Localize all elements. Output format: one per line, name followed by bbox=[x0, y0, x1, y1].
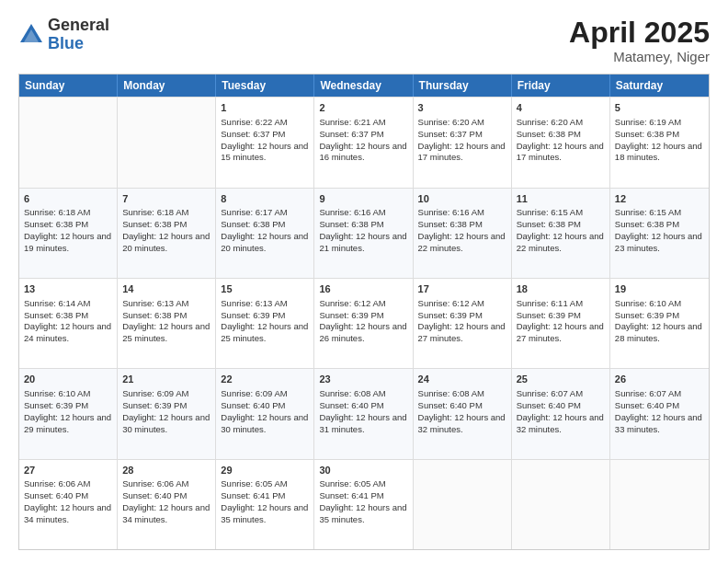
sunrise-text: Sunrise: 6:08 AM bbox=[319, 388, 407, 400]
day-number: 2 bbox=[319, 101, 407, 115]
cal-header-cell: Monday bbox=[118, 75, 216, 97]
sunrise-text: Sunrise: 6:05 AM bbox=[221, 478, 309, 490]
sunset-text: Sunset: 6:39 PM bbox=[221, 310, 309, 322]
daylight-text: Daylight: 12 hours and 24 minutes. bbox=[24, 321, 112, 345]
daylight-text: Daylight: 12 hours and 25 minutes. bbox=[221, 321, 309, 345]
daylight-text: Daylight: 12 hours and 17 minutes. bbox=[517, 141, 605, 165]
cal-header-cell: Sunday bbox=[19, 75, 118, 97]
cal-cell: 19Sunrise: 6:10 AMSunset: 6:39 PMDayligh… bbox=[610, 279, 709, 368]
sunset-text: Sunset: 6:38 PM bbox=[615, 219, 704, 231]
sunset-text: Sunset: 6:40 PM bbox=[221, 400, 309, 412]
daylight-text: Daylight: 12 hours and 22 minutes. bbox=[418, 231, 506, 255]
cal-cell bbox=[118, 98, 216, 187]
daylight-text: Daylight: 12 hours and 35 minutes. bbox=[221, 502, 309, 526]
cal-cell: 21Sunrise: 6:09 AMSunset: 6:39 PMDayligh… bbox=[118, 369, 216, 458]
daylight-text: Daylight: 12 hours and 35 minutes. bbox=[319, 502, 407, 526]
cal-cell: 17Sunrise: 6:12 AMSunset: 6:39 PMDayligh… bbox=[414, 279, 512, 368]
daylight-text: Daylight: 12 hours and 20 minutes. bbox=[122, 231, 210, 255]
daylight-text: Daylight: 12 hours and 19 minutes. bbox=[24, 231, 112, 255]
location: Matamey, Niger bbox=[569, 49, 710, 64]
cal-row: 6Sunrise: 6:18 AMSunset: 6:38 PMDaylight… bbox=[19, 188, 709, 278]
cal-cell bbox=[19, 98, 118, 187]
cal-cell: 14Sunrise: 6:13 AMSunset: 6:38 PMDayligh… bbox=[118, 279, 216, 368]
daylight-text: Daylight: 12 hours and 27 minutes. bbox=[517, 321, 605, 345]
sunset-text: Sunset: 6:40 PM bbox=[319, 400, 407, 412]
day-number: 10 bbox=[418, 192, 506, 206]
cal-cell: 13Sunrise: 6:14 AMSunset: 6:38 PMDayligh… bbox=[19, 279, 118, 368]
daylight-text: Daylight: 12 hours and 27 minutes. bbox=[418, 321, 506, 345]
daylight-text: Daylight: 12 hours and 15 minutes. bbox=[221, 141, 309, 165]
daylight-text: Daylight: 12 hours and 21 minutes. bbox=[319, 231, 407, 255]
day-number: 1 bbox=[221, 101, 309, 115]
sunrise-text: Sunrise: 6:05 AM bbox=[319, 478, 407, 490]
daylight-text: Daylight: 12 hours and 29 minutes. bbox=[24, 412, 112, 436]
cal-cell bbox=[512, 460, 610, 549]
cal-cell: 7Sunrise: 6:18 AMSunset: 6:38 PMDaylight… bbox=[118, 189, 216, 278]
cal-cell: 1Sunrise: 6:22 AMSunset: 6:37 PMDaylight… bbox=[216, 98, 314, 187]
day-number: 4 bbox=[517, 101, 605, 115]
sunset-text: Sunset: 6:38 PM bbox=[418, 219, 506, 231]
sunset-text: Sunset: 6:41 PM bbox=[319, 490, 407, 502]
sunset-text: Sunset: 6:39 PM bbox=[122, 400, 210, 412]
cal-row: 13Sunrise: 6:14 AMSunset: 6:38 PMDayligh… bbox=[19, 278, 709, 368]
sunrise-text: Sunrise: 6:19 AM bbox=[615, 117, 704, 129]
day-number: 24 bbox=[418, 373, 506, 386]
sunrise-text: Sunrise: 6:10 AM bbox=[615, 298, 704, 310]
sunrise-text: Sunrise: 6:08 AM bbox=[418, 388, 506, 400]
calendar-body: 1Sunrise: 6:22 AMSunset: 6:37 PMDaylight… bbox=[19, 97, 709, 549]
sunrise-text: Sunrise: 6:09 AM bbox=[122, 388, 210, 400]
cal-header-cell: Wednesday bbox=[314, 75, 413, 97]
cal-cell: 16Sunrise: 6:12 AMSunset: 6:39 PMDayligh… bbox=[314, 279, 413, 368]
sunrise-text: Sunrise: 6:10 AM bbox=[24, 388, 112, 400]
sunset-text: Sunset: 6:39 PM bbox=[418, 310, 506, 322]
day-number: 17 bbox=[418, 282, 506, 296]
cal-header-cell: Friday bbox=[512, 75, 610, 97]
sunrise-text: Sunrise: 6:06 AM bbox=[122, 478, 210, 490]
cal-cell: 26Sunrise: 6:07 AMSunset: 6:40 PMDayligh… bbox=[610, 369, 709, 458]
sunset-text: Sunset: 6:38 PM bbox=[517, 129, 605, 141]
day-number: 5 bbox=[615, 101, 704, 115]
sunrise-text: Sunrise: 6:13 AM bbox=[221, 298, 309, 310]
logo-general: General bbox=[48, 17, 109, 35]
day-number: 9 bbox=[319, 192, 407, 206]
day-number: 21 bbox=[122, 373, 210, 386]
cal-cell: 23Sunrise: 6:08 AMSunset: 6:40 PMDayligh… bbox=[314, 369, 413, 458]
daylight-text: Daylight: 12 hours and 22 minutes. bbox=[517, 231, 605, 255]
daylight-text: Daylight: 12 hours and 25 minutes. bbox=[122, 321, 210, 345]
day-number: 16 bbox=[319, 282, 407, 296]
sunrise-text: Sunrise: 6:17 AM bbox=[221, 207, 309, 219]
sunrise-text: Sunrise: 6:07 AM bbox=[517, 388, 605, 400]
sunrise-text: Sunrise: 6:15 AM bbox=[517, 207, 605, 219]
sunset-text: Sunset: 6:40 PM bbox=[517, 400, 605, 412]
cal-header-cell: Thursday bbox=[414, 75, 512, 97]
day-number: 11 bbox=[517, 192, 605, 206]
sunrise-text: Sunrise: 6:14 AM bbox=[24, 298, 112, 310]
day-number: 18 bbox=[517, 282, 605, 296]
day-number: 20 bbox=[24, 373, 112, 386]
cal-cell: 20Sunrise: 6:10 AMSunset: 6:39 PMDayligh… bbox=[19, 369, 118, 458]
sunset-text: Sunset: 6:38 PM bbox=[24, 219, 112, 231]
day-number: 28 bbox=[122, 464, 210, 477]
daylight-text: Daylight: 12 hours and 26 minutes. bbox=[319, 321, 407, 345]
day-number: 13 bbox=[24, 282, 112, 296]
cal-header-cell: Saturday bbox=[610, 75, 709, 97]
cal-cell: 11Sunrise: 6:15 AMSunset: 6:38 PMDayligh… bbox=[512, 189, 610, 278]
sunrise-text: Sunrise: 6:22 AM bbox=[221, 117, 309, 129]
sunset-text: Sunset: 6:38 PM bbox=[615, 129, 704, 141]
cal-row: 1Sunrise: 6:22 AMSunset: 6:37 PMDaylight… bbox=[19, 97, 709, 187]
daylight-text: Daylight: 12 hours and 17 minutes. bbox=[418, 141, 506, 165]
daylight-text: Daylight: 12 hours and 31 minutes. bbox=[319, 412, 407, 436]
daylight-text: Daylight: 12 hours and 20 minutes. bbox=[221, 231, 309, 255]
sunset-text: Sunset: 6:39 PM bbox=[615, 310, 704, 322]
logo-icon bbox=[18, 22, 44, 48]
sunrise-text: Sunrise: 6:06 AM bbox=[24, 478, 112, 490]
day-number: 15 bbox=[221, 282, 309, 296]
sunset-text: Sunset: 6:39 PM bbox=[319, 310, 407, 322]
cal-cell: 18Sunrise: 6:11 AMSunset: 6:39 PMDayligh… bbox=[512, 279, 610, 368]
cal-cell: 12Sunrise: 6:15 AMSunset: 6:38 PMDayligh… bbox=[610, 189, 709, 278]
sunrise-text: Sunrise: 6:15 AM bbox=[615, 207, 704, 219]
daylight-text: Daylight: 12 hours and 18 minutes. bbox=[615, 141, 704, 165]
daylight-text: Daylight: 12 hours and 34 minutes. bbox=[24, 502, 112, 526]
sunset-text: Sunset: 6:38 PM bbox=[319, 219, 407, 231]
logo: General Blue bbox=[18, 17, 109, 53]
